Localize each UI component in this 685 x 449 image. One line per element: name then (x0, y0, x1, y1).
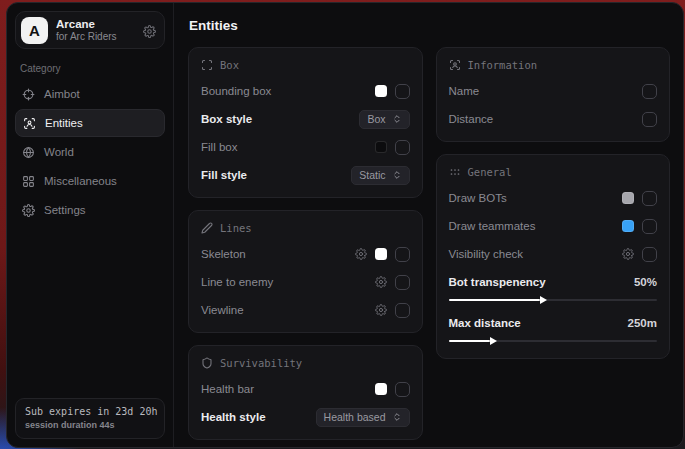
bounding-box-color-swatch[interactable] (375, 85, 387, 97)
distance-checkbox[interactable] (642, 112, 657, 127)
row-label: Health style (201, 411, 266, 423)
fill-box-checkbox[interactable] (395, 140, 410, 155)
panel-title: Box (220, 59, 239, 71)
chevrons-up-down-icon (392, 170, 402, 180)
row-max-distance: Max distance 250m (449, 314, 658, 332)
panel-title: Lines (220, 222, 252, 234)
row-label: Draw BOTs (449, 192, 507, 204)
row-bounding-box: Bounding box (201, 82, 410, 100)
panel-survivability: Survivability Health bar (188, 345, 423, 440)
row-label: Distance (449, 113, 494, 125)
line-to-enemy-checkbox[interactable] (395, 275, 410, 290)
box-scan-icon (201, 59, 213, 71)
brand-settings-icon[interactable] (143, 24, 156, 37)
row-label: Bot transpenency (449, 276, 546, 288)
app-subtitle: for Arc Riders (56, 31, 135, 43)
pencil-icon (201, 222, 213, 234)
sidebar-item-entities[interactable]: Entities (15, 109, 165, 137)
sidebar-item-world[interactable]: World (15, 138, 165, 166)
dropdown-value: Health based (324, 411, 386, 423)
panel-lines: Lines Skeleton (188, 210, 423, 333)
panel-information: Information Name Distance (436, 47, 671, 142)
bot-transparency-slider[interactable] (449, 296, 658, 304)
session-duration-text: session duration 44s (25, 420, 155, 430)
category-label: Category (20, 63, 165, 74)
row-health-bar: Health bar (201, 380, 410, 398)
row-name: Name (449, 82, 658, 100)
max-distance-group: Max distance 250m (449, 314, 658, 345)
desktop-background: A Arcane for Arc Riders Category Aimbot (0, 0, 685, 449)
row-label: Health bar (201, 383, 254, 395)
sidebar-item-settings[interactable]: Settings (15, 196, 165, 224)
sidebar-item-aimbot[interactable]: Aimbot (15, 80, 165, 108)
bounding-box-checkbox[interactable] (395, 84, 410, 99)
health-bar-checkbox[interactable] (395, 382, 410, 397)
sidebar-nav: Aimbot Entities World (15, 80, 165, 224)
box-style-dropdown[interactable]: Box (359, 110, 409, 129)
panel-box-header: Box (201, 59, 410, 71)
panel-survivability-header: Survivability (201, 357, 410, 369)
fill-box-color-swatch[interactable] (375, 141, 387, 153)
panel-general-header: General (449, 166, 658, 178)
right-column: Information Name Distance (436, 47, 671, 359)
crosshair-icon (22, 88, 35, 101)
sidebar-item-label: Miscellaneous (44, 175, 117, 187)
max-distance-slider[interactable] (449, 337, 658, 345)
dots-grid-icon (449, 166, 461, 178)
globe-icon (22, 146, 35, 159)
app-window: A Arcane for Arc Riders Category Aimbot (6, 2, 684, 448)
row-label: Bounding box (201, 85, 271, 97)
row-label: Viewline (201, 304, 244, 316)
fill-style-dropdown[interactable]: Static (351, 166, 409, 185)
dropdown-value: Static (359, 169, 385, 181)
brand-text: Arcane for Arc Riders (56, 18, 135, 43)
left-column: Box Bounding box Box styl (188, 47, 423, 440)
sidebar: A Arcane for Arc Riders Category Aimbot (7, 3, 174, 447)
row-label: Max distance (449, 317, 521, 329)
panel-lines-header: Lines (201, 222, 410, 234)
panel-title: Information (468, 59, 538, 71)
row-label: Line to enemy (201, 276, 273, 288)
line-to-enemy-settings-icon[interactable] (375, 276, 387, 288)
info-scan-icon (449, 59, 461, 71)
visibility-check-checkbox[interactable] (642, 247, 657, 262)
row-draw-bots: Draw BOTs (449, 189, 658, 207)
panel-box: Box Bounding box Box styl (188, 47, 423, 198)
viewline-checkbox[interactable] (395, 303, 410, 318)
entities-scan-icon (23, 117, 36, 130)
panel-general: General Draw BOTs Draw te (436, 154, 671, 359)
draw-teammates-color-swatch[interactable] (622, 220, 634, 232)
slider-handle[interactable] (490, 337, 497, 345)
sidebar-item-label: Aimbot (44, 88, 80, 100)
row-label: Draw teammates (449, 220, 536, 232)
row-label: Visibility check (449, 248, 524, 260)
row-visibility-check: Visibility check (449, 245, 658, 263)
slider-handle[interactable] (540, 296, 547, 304)
health-bar-color-swatch[interactable] (375, 383, 387, 395)
name-checkbox[interactable] (642, 84, 657, 99)
skeleton-settings-icon[interactable] (355, 248, 367, 260)
main-content: Entities Box Bounding box (174, 3, 683, 447)
bot-transparency-value: 50% (634, 276, 657, 288)
visibility-check-settings-icon[interactable] (622, 248, 634, 260)
sidebar-item-label: Settings (44, 204, 86, 216)
skeleton-color-swatch[interactable] (375, 248, 387, 260)
panel-title: General (468, 166, 512, 178)
row-skeleton: Skeleton (201, 245, 410, 263)
chevrons-up-down-icon (392, 412, 402, 422)
row-label: Skeleton (201, 248, 246, 260)
draw-teammates-checkbox[interactable] (642, 219, 657, 234)
bot-transparency-group: Bot transpenency 50% (449, 273, 658, 304)
health-style-dropdown[interactable]: Health based (316, 408, 410, 427)
viewline-settings-icon[interactable] (375, 304, 387, 316)
skeleton-checkbox[interactable] (395, 247, 410, 262)
panel-columns: Box Bounding box Box styl (188, 47, 670, 440)
draw-bots-checkbox[interactable] (642, 191, 657, 206)
sidebar-item-miscellaneous[interactable]: Miscellaneous (15, 167, 165, 195)
draw-bots-color-swatch[interactable] (622, 192, 634, 204)
row-distance: Distance (449, 110, 658, 128)
gear-icon (22, 204, 35, 217)
panel-title: Survivability (220, 357, 302, 369)
shield-icon (201, 357, 213, 369)
page-title: Entities (189, 18, 670, 33)
